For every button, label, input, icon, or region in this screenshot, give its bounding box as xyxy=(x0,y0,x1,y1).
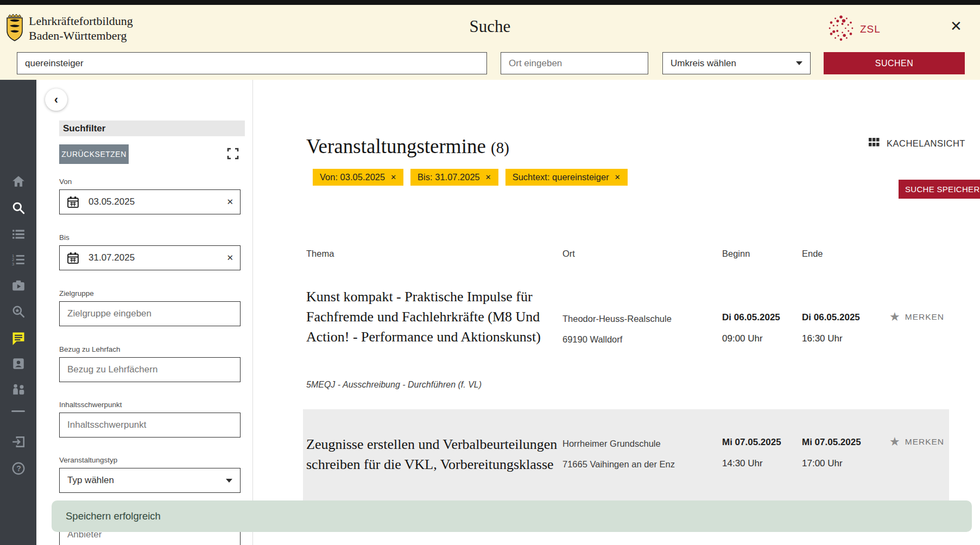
von-date-value: 03.05.2025 xyxy=(88,197,135,207)
begin-date: Di 06.05.2025 xyxy=(722,312,780,323)
ort-input[interactable] xyxy=(501,52,648,74)
chevron-down-icon xyxy=(796,61,802,65)
contact-card-icon[interactable] xyxy=(0,357,36,371)
chip-close-icon[interactable]: ✕ xyxy=(615,173,621,181)
app-window: Lehrkräftefortbildung Baden-Württemberg … xyxy=(0,0,980,545)
reset-filters-button[interactable]: ZURÜCKSETZEN xyxy=(59,144,129,164)
top-bar xyxy=(0,0,980,5)
filter-chip-suchtext[interactable]: Suchtext: quereinsteiger ✕ xyxy=(505,169,628,186)
event-meta: 5MEQJ - Ausschreibung - Durchführen (f. … xyxy=(306,380,482,390)
tile-view-label: KACHELANSICHT xyxy=(887,138,965,149)
end-date: Mi 07.05.2025 xyxy=(802,437,861,448)
inhalt-label: Inhaltsschwerpunkt xyxy=(59,401,122,409)
feedback-chat-icon[interactable] xyxy=(0,331,36,346)
home-icon[interactable] xyxy=(0,174,36,188)
calendar-icon xyxy=(66,251,80,265)
event-begin: Mi 07.05.2025 14:30 Uhr xyxy=(722,437,781,469)
bis-date-value: 31.07.2025 xyxy=(88,252,135,263)
location-name: Horrheimer Grundschule xyxy=(562,439,675,449)
media-library-icon[interactable] xyxy=(0,278,36,293)
chip-close-icon[interactable]: ✕ xyxy=(485,173,491,181)
zsl-label: ZSL xyxy=(860,23,881,35)
fullscreen-icon[interactable] xyxy=(226,147,239,160)
help-icon[interactable]: ? xyxy=(0,461,36,476)
star-icon: ★ xyxy=(889,436,900,448)
merken-label: MERKEN xyxy=(905,437,944,447)
location-city: 71665 Vaihingen an der Enz xyxy=(562,459,675,470)
von-date-input[interactable]: 03.05.2025 ✕ xyxy=(59,189,241,214)
zielgruppe-input[interactable] xyxy=(59,301,241,326)
column-header-ende: Ende xyxy=(802,249,823,259)
column-header-beginn: Beginn xyxy=(722,249,750,259)
event-begin: Di 06.05.2025 09:00 Uhr xyxy=(722,312,780,344)
bis-label: Bis xyxy=(59,233,69,242)
filter-chip-von[interactable]: Von: 03.05.2025 ✕ xyxy=(313,169,403,186)
search-input[interactable] xyxy=(17,52,487,74)
chip-label: Von: 03.05.2025 xyxy=(320,172,385,182)
close-icon[interactable]: ✕ xyxy=(950,19,962,33)
end-date: Di 06.05.2025 xyxy=(802,312,860,323)
community-icon[interactable] xyxy=(0,382,36,396)
merken-label: MERKEN xyxy=(905,312,944,322)
calendar-icon xyxy=(66,195,80,209)
search-icon[interactable] xyxy=(0,201,36,215)
umkreis-select[interactable]: Umkreis wählen xyxy=(662,52,811,74)
begin-date: Mi 07.05.2025 xyxy=(722,437,781,448)
chevron-down-icon xyxy=(226,479,232,483)
umkreis-value: Umkreis wählen xyxy=(671,58,736,69)
chip-close-icon[interactable]: ✕ xyxy=(390,173,396,181)
event-title[interactable]: Zeugnisse erstellen und Verbalbeurteilun… xyxy=(306,434,561,474)
results-count: (8) xyxy=(491,139,509,156)
zsl-logo: ZSL xyxy=(827,15,881,44)
list-icon[interactable] xyxy=(0,227,36,241)
collapse-filter-button[interactable]: ‹ xyxy=(45,88,67,111)
merken-button[interactable]: ★ MERKEN xyxy=(889,436,944,448)
save-search-button[interactable]: SUCHE SPEICHERN xyxy=(899,180,980,199)
event-title[interactable]: Kunst kompakt - Praktische Impulse für F… xyxy=(306,287,561,347)
begin-time: 09:00 Uhr xyxy=(722,333,780,344)
grid-icon xyxy=(869,138,880,149)
veranstaltungstyp-value: Typ wählen xyxy=(67,475,114,486)
von-label: Von xyxy=(59,178,72,186)
location-city: 69190 Walldorf xyxy=(562,334,672,345)
chip-label: Suchtext: quereinsteiger xyxy=(513,172,609,182)
svg-text:3: 3 xyxy=(12,262,14,267)
chip-label: Bis: 31.07.2025 xyxy=(418,172,480,182)
zsl-dots-icon xyxy=(827,15,855,44)
clear-von-icon[interactable]: ✕ xyxy=(226,197,233,207)
event-location: Theodor-Heuss-Realschule 69190 Walldorf xyxy=(562,314,672,345)
lehrfach-label: Bezug zu Lehrfach xyxy=(59,345,121,353)
event-end: Mi 07.05.2025 17:00 Uhr xyxy=(802,437,861,469)
panel-divider xyxy=(252,80,253,545)
zielgruppe-label: Zielgruppe xyxy=(59,289,94,297)
tile-view-button[interactable]: KACHELANSICHT xyxy=(869,138,965,149)
svg-text:?: ? xyxy=(16,464,21,473)
results-title: Veranstaltungstermine xyxy=(306,135,486,157)
veranstaltungstyp-select[interactable]: Typ wählen xyxy=(59,468,241,493)
filter-chip-bis[interactable]: Bis: 31.07.2025 ✕ xyxy=(410,169,498,186)
results-heading: Veranstaltungstermine (8) xyxy=(306,135,509,158)
lehrfach-input[interactable] xyxy=(59,357,241,382)
sidebar: 123 ? › xyxy=(0,80,36,545)
column-header-ort: Ort xyxy=(562,249,575,259)
merken-button[interactable]: ★ MERKEN xyxy=(889,311,944,323)
filter-panel-title: Suchfilter xyxy=(59,121,245,136)
bis-date-input[interactable]: 31.07.2025 ✕ xyxy=(59,245,241,270)
login-icon[interactable] xyxy=(0,435,36,449)
veranstaltungstyp-label: Veranstaltungstyp xyxy=(59,456,117,464)
begin-time: 14:30 Uhr xyxy=(722,458,781,469)
clear-bis-icon[interactable]: ✕ xyxy=(226,253,233,263)
active-filter-chips: Von: 03.05.2025 ✕ Bis: 31.07.2025 ✕ Such… xyxy=(313,169,628,186)
numbered-list-icon[interactable]: 123 xyxy=(0,252,36,267)
star-icon: ★ xyxy=(889,311,900,323)
inhalt-input[interactable] xyxy=(59,413,241,438)
suchen-button[interactable]: SUCHEN xyxy=(824,52,965,74)
header: Lehrkräftefortbildung Baden-Württemberg … xyxy=(0,5,980,80)
end-time: 17:00 Uhr xyxy=(802,458,861,469)
location-name: Theodor-Heuss-Realschule xyxy=(562,314,672,324)
toast-notification: Speichern erfolgreich xyxy=(52,500,972,532)
sidebar-divider xyxy=(11,410,25,412)
event-end: Di 06.05.2025 16:30 Uhr xyxy=(802,312,860,344)
column-header-thema: Thema xyxy=(306,249,334,259)
advanced-search-icon[interactable] xyxy=(0,305,36,319)
